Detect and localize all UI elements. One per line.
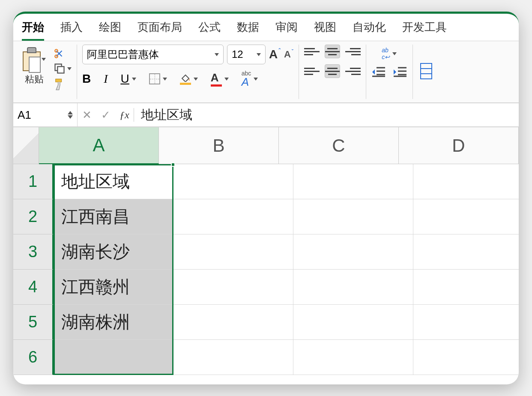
- cell-D2[interactable]: [413, 199, 519, 234]
- format-painter-button[interactable]: [54, 78, 72, 91]
- column-header-B[interactable]: B: [159, 127, 279, 164]
- select-all-corner[interactable]: [13, 127, 39, 164]
- clipboard-group: 粘贴: [18, 45, 77, 99]
- tab-automation[interactable]: 自动化: [353, 20, 386, 41]
- phonetic-guide-button[interactable]: abcA: [242, 70, 258, 87]
- copy-button[interactable]: [54, 63, 72, 75]
- border-icon: [149, 73, 160, 84]
- tab-insert[interactable]: 插入: [60, 20, 83, 41]
- tab-formulas[interactable]: 公式: [198, 20, 221, 41]
- tab-layout[interactable]: 页面布局: [137, 20, 182, 41]
- cut-button[interactable]: [54, 48, 72, 59]
- cell-B2[interactable]: [173, 199, 293, 234]
- cell-C1[interactable]: [293, 164, 413, 199]
- cell-D6[interactable]: [413, 340, 519, 375]
- chevron-down-icon: [224, 78, 229, 81]
- tab-developer[interactable]: 开发工具: [402, 20, 447, 41]
- paste-dropdown-icon[interactable]: [42, 58, 46, 61]
- decrease-font-button[interactable]: Aˇ: [284, 49, 293, 60]
- insert-function-button[interactable]: ƒx: [115, 109, 134, 121]
- stepper-down-icon[interactable]: [68, 115, 73, 119]
- tab-review[interactable]: 审阅: [275, 20, 298, 41]
- enter-formula-button[interactable]: ✓: [96, 108, 115, 122]
- cell-D5[interactable]: [413, 305, 519, 340]
- column-header-A[interactable]: A: [39, 127, 159, 164]
- cell-C4[interactable]: [293, 270, 413, 305]
- column-header-D[interactable]: D: [399, 127, 519, 164]
- cells-area: 地址区域 江西南昌 湖南长沙 江西: [54, 164, 519, 375]
- italic-button[interactable]: I: [104, 72, 108, 86]
- cell-C3[interactable]: [293, 234, 413, 270]
- chevron-down-icon: [254, 78, 258, 81]
- align-right-button[interactable]: [345, 64, 361, 78]
- increase-font-button[interactable]: Aˆ: [269, 48, 281, 61]
- fill-color-button[interactable]: [180, 73, 198, 85]
- svg-rect-4: [421, 63, 432, 79]
- tab-home[interactable]: 开始: [22, 20, 44, 41]
- chevron-down-icon: [132, 78, 136, 81]
- cell-C5[interactable]: [293, 305, 413, 340]
- row-header-3[interactable]: 3: [13, 234, 54, 270]
- row-header-5[interactable]: 5: [13, 305, 54, 340]
- cell-A4[interactable]: 江西赣州: [54, 270, 173, 305]
- cell-D1[interactable]: [413, 164, 519, 199]
- decrease-indent-button[interactable]: [371, 66, 386, 78]
- scissors-icon: [54, 48, 65, 59]
- tab-view[interactable]: 视图: [314, 20, 336, 41]
- cell-A6[interactable]: [54, 340, 173, 375]
- alignment-group: [299, 45, 366, 99]
- cell-A2[interactable]: 江西南昌: [54, 199, 173, 234]
- wrap-text-button[interactable]: abc↩: [382, 47, 397, 60]
- excel-window: 开始 插入 绘图 页面布局 公式 数据 审阅 视图 自动化 开发工具 粘贴: [13, 12, 519, 384]
- font-name-select[interactable]: 阿里巴巴普惠体: [82, 45, 224, 64]
- column-header-C[interactable]: C: [279, 127, 399, 164]
- stepper-up-icon[interactable]: [68, 111, 73, 114]
- cell-B6[interactable]: [173, 340, 293, 375]
- tab-draw[interactable]: 绘图: [99, 20, 121, 41]
- paste-icon[interactable]: [23, 47, 41, 71]
- row-header-6[interactable]: 6: [13, 340, 54, 375]
- font-size-select[interactable]: 12: [227, 45, 266, 64]
- cell-A5[interactable]: 湖南株洲: [54, 305, 173, 340]
- align-bottom-button[interactable]: [345, 45, 361, 58]
- formula-input[interactable]: 地址区域: [134, 106, 519, 124]
- selection-handle[interactable]: [171, 162, 175, 167]
- table-row: 地址区域: [54, 164, 519, 199]
- row-header-1[interactable]: 1: [13, 164, 54, 199]
- cell-B4[interactable]: [173, 270, 293, 305]
- chevron-down-icon: [194, 78, 198, 81]
- copy-dropdown-icon[interactable]: [67, 67, 72, 70]
- font-color-swatch: [211, 84, 222, 87]
- underline-button[interactable]: U: [121, 72, 136, 86]
- table-row: 湖南长沙: [54, 234, 519, 270]
- borders-button[interactable]: [149, 73, 167, 84]
- name-box[interactable]: A1: [13, 103, 78, 126]
- chevron-down-icon: [392, 52, 397, 55]
- tab-data[interactable]: 数据: [237, 20, 259, 41]
- cell-D3[interactable]: [413, 234, 519, 270]
- merge-cells-icon[interactable]: [420, 63, 433, 81]
- cell-C2[interactable]: [293, 199, 413, 234]
- cell-D4[interactable]: [413, 270, 519, 305]
- wrap-group: abc↩: [366, 45, 413, 99]
- cell-B5[interactable]: [173, 305, 293, 340]
- font-name-value: 阿里巴巴普惠体: [87, 48, 159, 61]
- bold-button[interactable]: B: [82, 72, 91, 86]
- row-header-2[interactable]: 2: [13, 199, 54, 234]
- table-row: [54, 340, 519, 375]
- font-color-button[interactable]: A: [211, 71, 229, 87]
- cell-A1[interactable]: 地址区域: [54, 164, 173, 199]
- cell-A3[interactable]: 湖南长沙: [54, 234, 173, 270]
- align-left-button[interactable]: [304, 64, 320, 78]
- cell-C6[interactable]: [293, 340, 413, 375]
- align-center-button[interactable]: [325, 64, 340, 78]
- cell-B1[interactable]: [173, 164, 293, 199]
- cell-B3[interactable]: [173, 234, 293, 270]
- fill-icon: [180, 73, 191, 82]
- align-top-button[interactable]: [304, 45, 320, 58]
- align-middle-button[interactable]: [325, 45, 340, 58]
- row-header-4[interactable]: 4: [13, 270, 54, 305]
- increase-indent-button[interactable]: [393, 66, 407, 78]
- chevron-down-icon: [215, 53, 219, 56]
- cancel-formula-button[interactable]: ✕: [78, 108, 96, 122]
